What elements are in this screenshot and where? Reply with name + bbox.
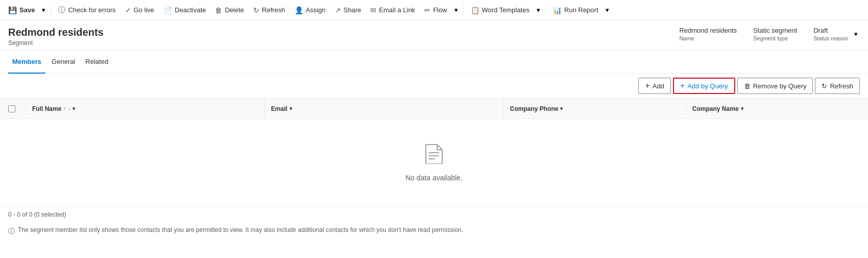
flow-chevron[interactable]: ▾ (452, 2, 460, 18)
add-query-plus-icon: + (680, 81, 685, 90)
page-subtitle: Segment (8, 39, 104, 46)
header-chevron-button[interactable]: ▾ (852, 28, 860, 40)
phone-chevron-icon: ▾ (560, 106, 563, 111)
deactivate-button[interactable]: 📄 Deactivate (159, 2, 210, 18)
save-button[interactable]: 💾 Save (4, 2, 39, 18)
fullname-chevron-icon: ▾ (73, 106, 75, 111)
go-live-button[interactable]: ✓ Go live (121, 2, 158, 18)
delete-button[interactable]: 🗑 Delete (211, 2, 248, 18)
empty-document-icon (425, 144, 443, 169)
empty-text: No data available. (405, 174, 463, 182)
run-report-icon: 📊 (553, 6, 562, 14)
meta-status-label: Status reason (813, 35, 848, 41)
content: + Add + Add by Query 🗑 Remove by Query ↻… (0, 74, 868, 242)
tabs: Members General Related (0, 51, 868, 74)
sort-desc-icon: ↓ (68, 106, 70, 111)
flow-button[interactable]: ✏ Flow (420, 2, 451, 18)
meta-name-value: Redmond residents (679, 27, 737, 34)
tab-general[interactable]: General (47, 51, 79, 74)
run-report-chevron[interactable]: ▾ (604, 2, 611, 18)
info-note-text: The segment member list only shows those… (18, 226, 463, 233)
delete-icon: 🗑 (215, 6, 222, 14)
check-errors-button[interactable]: ⓘ Check for errors (54, 2, 119, 18)
divider-1 (51, 4, 51, 16)
th-phone[interactable]: Company Phone ▾ (503, 99, 686, 119)
toolbar: 💾 Save ▾ ⓘ Check for errors ✓ Go live 📄 … (0, 0, 868, 20)
title-section: Redmond residents Segment (8, 27, 104, 46)
word-templates-button[interactable]: 📋 Word Templates (467, 2, 534, 18)
header-meta: Redmond residents Name Static segment Se… (679, 27, 848, 41)
meta-status-value: Draft (813, 27, 848, 34)
go-live-icon: ✓ (125, 6, 131, 14)
tab-members[interactable]: Members (8, 51, 45, 74)
meta-name: Redmond residents Name (679, 27, 737, 41)
record-count: 0 - 0 of 0 (0 selected) (8, 211, 66, 218)
save-icon: 💾 (8, 6, 17, 14)
tab-related[interactable]: Related (81, 51, 112, 74)
divider-2 (463, 4, 464, 16)
email-chevron-icon: ▾ (290, 106, 292, 111)
share-button[interactable]: ↗ Share (331, 2, 366, 18)
meta-segment-type-label: Segment type (753, 35, 797, 41)
table-header: Full Name ↑ ↓ ▾ Email ▾ Company Phone ▾ … (0, 99, 868, 119)
deactivate-icon: 📄 (163, 6, 172, 14)
email-link-icon: ✉ (370, 6, 376, 14)
page-title: Redmond residents (8, 27, 104, 38)
check-errors-icon: ⓘ (58, 6, 65, 15)
divider-3 (545, 4, 546, 16)
th-checkbox-cell (0, 105, 26, 112)
info-icon: ⓘ (8, 227, 15, 236)
refresh-icon: ↻ (253, 6, 259, 14)
remove-query-icon: 🗑 (744, 82, 751, 90)
table-footer: 0 - 0 of 0 (0 selected) (0, 206, 868, 222)
th-company[interactable]: Company Name ▾ (686, 99, 868, 119)
select-all-checkbox[interactable] (8, 105, 15, 112)
grid-refresh-button[interactable]: ↻ Refresh (815, 78, 860, 94)
action-bar: + Add + Add by Query 🗑 Remove by Query ↻… (0, 74, 868, 99)
email-link-button[interactable]: ✉ Email a Link (366, 2, 419, 18)
meta-status: Draft Status reason (813, 27, 848, 41)
sort-asc-icon: ↑ (63, 106, 66, 111)
assign-button[interactable]: 👤 Assign (291, 2, 330, 18)
th-fullname[interactable]: Full Name ↑ ↓ ▾ (26, 99, 264, 119)
add-plus-icon: + (645, 81, 649, 90)
grid-refresh-icon: ↻ (822, 82, 827, 90)
th-email[interactable]: Email ▾ (264, 99, 503, 119)
save-chevron[interactable]: ▾ (40, 2, 47, 18)
word-templates-chevron[interactable]: ▾ (535, 2, 542, 18)
info-note: ⓘ The segment member list only shows tho… (0, 222, 868, 242)
page-header: Redmond residents Segment Redmond reside… (0, 20, 868, 51)
add-button[interactable]: + Add (638, 78, 670, 94)
assign-icon: 👤 (295, 6, 303, 14)
word-templates-icon: 📋 (471, 6, 479, 14)
share-icon: ↗ (335, 6, 341, 14)
meta-segment-type: Static segment Segment type (753, 27, 797, 41)
remove-by-query-button[interactable]: 🗑 Remove by Query (737, 78, 813, 94)
add-by-query-button[interactable]: + Add by Query (673, 78, 735, 94)
empty-state: No data available. (0, 119, 868, 206)
meta-segment-type-value: Static segment (753, 27, 797, 34)
meta-name-label: Name (679, 35, 737, 41)
company-chevron-icon: ▾ (741, 106, 743, 111)
run-report-button[interactable]: 📊 Run Report (549, 2, 602, 18)
flow-icon: ✏ (424, 6, 430, 14)
refresh-button[interactable]: ↻ Refresh (249, 2, 290, 18)
